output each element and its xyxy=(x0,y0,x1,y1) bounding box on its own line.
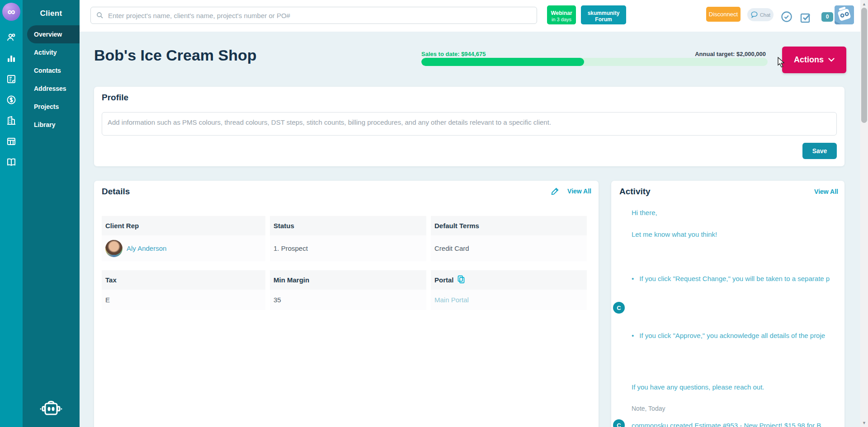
actions-button[interactable]: Actions xyxy=(782,47,846,73)
activity-title: Activity xyxy=(619,187,651,197)
suppliers-icon[interactable] xyxy=(0,110,23,131)
commonsku-logo[interactable]: ∞ xyxy=(2,3,20,21)
boards-icon[interactable] xyxy=(0,131,23,152)
sidebar-item-projects[interactable]: Projects xyxy=(23,98,80,116)
sidebar-item-contacts[interactable]: Contacts xyxy=(23,61,80,80)
profile-card: Profile Save xyxy=(94,87,844,166)
page-scrollbar[interactable]: ▲ ▼ xyxy=(860,0,868,427)
details-title: Details xyxy=(102,187,130,197)
client-rep-label: Client Rep xyxy=(102,216,265,235)
status-value: 1. Prospect xyxy=(270,235,426,261)
status-label: Status xyxy=(270,216,426,235)
activity-message: Let me know what you think! xyxy=(632,230,844,238)
details-view-all-link[interactable]: View All xyxy=(567,188,591,195)
robot-assistant-icon[interactable] xyxy=(23,399,80,419)
disconnect-button[interactable]: Disconnect xyxy=(706,7,741,22)
chevron-down-icon xyxy=(828,58,835,62)
activity-message: If you have any questions, please reach … xyxy=(632,383,844,391)
activity-message: Hi there, xyxy=(632,209,844,216)
finance-icon[interactable] xyxy=(0,89,23,110)
save-button[interactable]: Save xyxy=(802,143,837,159)
chat-label: Chat xyxy=(760,12,770,18)
main-portal-link[interactable]: Main Portal xyxy=(434,296,469,304)
search-input[interactable] xyxy=(108,12,531,19)
scroll-up-arrow[interactable]: ▲ xyxy=(860,2,868,6)
webinar-button[interactable]: Webinar in 3 days xyxy=(547,5,576,24)
portal-label: Portal xyxy=(434,276,454,284)
edit-pencil-icon[interactable] xyxy=(551,187,559,195)
chat-bubble-icon xyxy=(750,11,758,18)
sales-to-date-label: Sales to date: $944,675 xyxy=(421,51,486,57)
reports-icon[interactable] xyxy=(0,48,23,69)
annual-target-label: Annual target: $2,000,000 xyxy=(630,51,766,57)
details-card: Details View All Client Rep Status Defau… xyxy=(94,181,599,427)
activity-note-meta: Note, Today xyxy=(632,405,844,412)
activity-avatar: C xyxy=(613,419,625,427)
activity-bullet-request-change: If you click "Request Change," you will … xyxy=(632,275,844,282)
min-margin-value: 35 xyxy=(270,290,426,310)
sidebar-item-overview[interactable]: Overview xyxy=(27,25,80,43)
main-content: Bob's Ice Cream Shop Sales to date: $944… xyxy=(80,32,860,427)
icon-rail: ∞ xyxy=(0,0,23,427)
orders-icon[interactable] xyxy=(0,69,23,89)
notification-count-badge[interactable]: 0 xyxy=(821,12,833,22)
profile-title: Profile xyxy=(102,93,128,103)
default-terms-label: Default Terms xyxy=(431,216,587,235)
activity-estimate-event-link[interactable]: commonsku created Estimate #953 - New Pr… xyxy=(632,422,844,427)
client-sidebar: Client Overview Activity Contacts Addres… xyxy=(23,0,80,427)
sidebar-title: Client xyxy=(23,9,80,18)
chat-button[interactable]: Chat xyxy=(747,8,774,21)
sidebar-item-library[interactable]: Library xyxy=(23,116,80,134)
search-icon xyxy=(96,12,104,19)
scroll-down-arrow[interactable]: ▼ xyxy=(860,421,868,425)
sidebar-item-activity[interactable]: Activity xyxy=(23,43,80,61)
activity-avatar: C xyxy=(613,302,625,314)
sales-progress-fill xyxy=(421,58,584,66)
clients-icon[interactable] xyxy=(0,27,23,48)
client-rep-avatar xyxy=(105,240,123,257)
profile-note-input[interactable] xyxy=(102,112,837,136)
copy-portal-link-icon[interactable] xyxy=(458,275,465,285)
activity-card: Activity View All Hi there, Let me know … xyxy=(611,181,844,427)
global-search[interactable] xyxy=(90,7,537,24)
min-margin-label: Min Margin xyxy=(270,270,426,290)
activity-view-all-link[interactable]: View All xyxy=(814,188,838,195)
scrollbar-thumb[interactable] xyxy=(861,8,867,123)
top-bar: Webinar in 3 days skummunity Forum Disco… xyxy=(80,0,860,32)
client-rep-link[interactable]: Aly Anderson xyxy=(127,244,166,252)
reminders-icon[interactable] xyxy=(781,11,793,24)
client-overview-screen: ∞ Client xyxy=(0,0,868,427)
sales-progress-bar xyxy=(421,58,768,66)
default-terms-value: Credit Card xyxy=(431,235,587,261)
client-name-title: Bob's Ice Cream Shop xyxy=(94,47,257,64)
library-icon[interactable] xyxy=(0,152,23,173)
tasks-icon[interactable] xyxy=(800,12,811,25)
tax-value: E xyxy=(102,290,265,310)
tax-label: Tax xyxy=(102,270,265,290)
activity-bullet-approve: If you click "Approve," you acknowledge … xyxy=(632,332,844,339)
user-avatar[interactable] xyxy=(835,5,854,24)
skummunity-forum-button[interactable]: skummunity Forum xyxy=(581,5,626,24)
sidebar-item-addresses[interactable]: Addresses xyxy=(23,80,80,98)
